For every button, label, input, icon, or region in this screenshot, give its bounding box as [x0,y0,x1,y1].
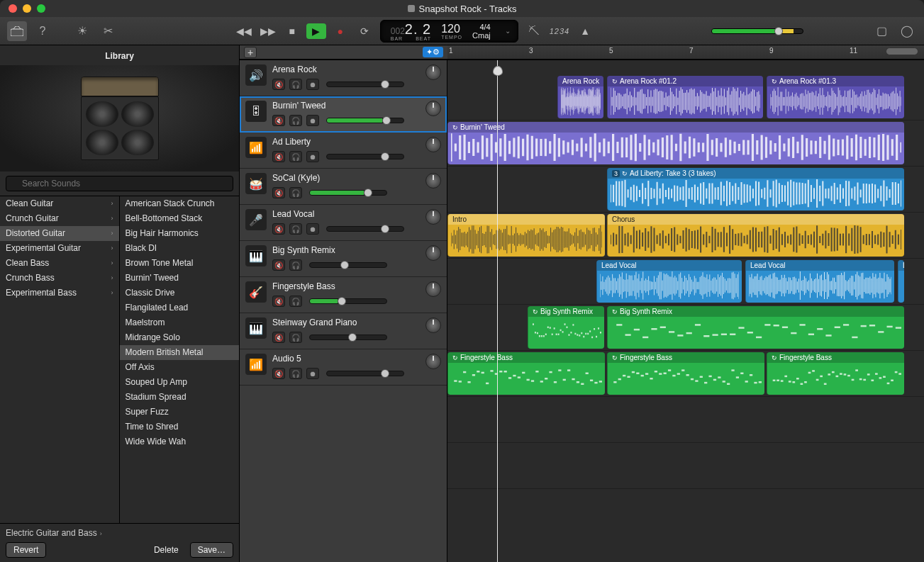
pan-knob[interactable] [425,101,441,116]
save-button[interactable]: Save… [190,542,233,558]
library-toggle[interactable] [7,21,27,41]
close-window[interactable] [9,4,17,13]
track-lane[interactable] [447,397,924,443]
solo-button[interactable]: 🎧 [289,151,302,162]
category-item[interactable]: Experimental Bass› [0,286,119,300]
track-header[interactable]: 🎤Lead Vocal🔇🎧⏺ [240,205,447,241]
region[interactable]: Lead Vocal [596,260,742,303]
horizontal-zoom-thumb[interactable] [886,47,918,55]
metronome-icon[interactable]: ▲ [575,21,595,41]
track-lane[interactable]: 3Ad Liberty: Take 3 (3 takes) [447,167,924,213]
tuner-icon[interactable]: ⛏ [524,21,544,41]
pan-knob[interactable] [425,64,441,80]
track-lane[interactable]: Lead VocalLead VocalLead [447,259,924,305]
track-header[interactable]: 📶Audio 5🔇🎧⏺ [240,349,447,386]
scissors-icon[interactable]: ✂ [98,21,118,41]
preset-item[interactable]: Souped Up Amp [120,375,240,390]
add-track-button[interactable]: + [244,47,257,58]
solo-button[interactable]: 🎧 [289,259,302,271]
track-lane[interactable]: Big Synth RemixBig Synth Remix [447,305,924,351]
solo-button[interactable]: 🎧 [289,187,302,198]
preset-list[interactable]: American Stack CrunchBell-Bottomed Stack… [120,196,240,523]
quick-help[interactable]: ? [33,21,52,41]
editor-toggle[interactable]: ☀ [72,21,92,41]
solo-button[interactable]: 🎧 [289,115,302,126]
track-header[interactable]: 🎹Big Synth Remix🔇🎧 [240,241,447,277]
pan-knob[interactable] [425,354,441,369]
notepad-icon[interactable]: ▢ [872,21,891,41]
mute-button[interactable]: 🔇 [272,79,285,90]
region[interactable]: Intro [447,214,605,257]
pan-knob[interactable] [425,137,441,152]
track-header[interactable]: 🎹Steinway Grand Piano🔇🎧 [240,313,447,349]
preset-item[interactable]: Brown Tone Metal [120,256,240,271]
mute-button[interactable]: 🔇 [272,259,285,271]
track-header[interactable]: 🔊Arena Rock🔇🎧⏺ [240,60,447,96]
delete-button[interactable]: Delete [147,542,186,558]
timeline-ruler[interactable]: 1357911 [447,45,924,60]
master-volume[interactable] [711,28,803,34]
pan-knob[interactable] [425,209,441,225]
loop-browser-icon[interactable]: ◯ [897,21,917,41]
solo-button[interactable]: 🎧 [289,223,302,235]
track-header[interactable]: 🥁SoCal (Kyle)🔇🎧 [240,169,447,205]
preset-item[interactable]: Big Hair Harmonics [120,226,240,241]
category-item[interactable]: Clean Guitar› [0,196,119,211]
preset-item[interactable]: Black DI [120,241,240,256]
track-volume[interactable] [309,335,387,340]
track-volume[interactable] [326,118,404,123]
solo-button[interactable]: 🎧 [289,296,302,307]
record-enable[interactable]: ⏺ [306,368,319,379]
pan-knob[interactable] [425,245,441,261]
category-item[interactable]: Crunch Bass› [0,271,119,286]
search-input[interactable] [6,176,233,191]
mute-button[interactable]: 🔇 [272,115,285,126]
preset-item[interactable]: Maelstrom [120,315,240,330]
track-volume[interactable] [326,154,404,159]
record-enable[interactable]: ⏺ [306,223,319,235]
region[interactable]: Arena Rock #01.3 [767,76,904,118]
track-lane[interactable]: IntroChorus [447,213,924,259]
rewind-button[interactable]: ◀◀ [234,23,254,39]
region[interactable]: Big Synth Remix [528,306,604,349]
track-header[interactable]: 📶Ad Liberty🔇🎧⏺ [240,133,447,169]
preset-item[interactable]: American Stack Crunch [120,196,240,211]
region[interactable]: Burnin' Tweed [447,122,904,164]
lcd-mode-chevron[interactable]: ⌄ [501,27,511,35]
category-item[interactable]: Distorted Guitar› [0,226,119,241]
record-enable[interactable]: ⏺ [306,115,319,126]
stop-button[interactable]: ■ [282,23,302,39]
track-volume[interactable] [309,262,387,268]
mute-button[interactable]: 🔇 [272,332,285,343]
record-enable[interactable]: ⏺ [306,151,319,162]
region[interactable]: Chorus [607,214,904,257]
track-header[interactable]: 🎸Fingerstyle Bass🔇🎧 [240,277,447,313]
maximize-window[interactable] [37,4,45,13]
pan-knob[interactable] [425,281,441,297]
track-lane[interactable]: Arena RockArena Rock #01.2Arena Rock #01… [447,74,924,120]
track-volume[interactable] [326,226,404,232]
preset-item[interactable]: Wide Wide Wah [120,434,240,449]
preset-item[interactable]: Super Fuzz [120,405,240,420]
category-item[interactable]: Crunch Guitar› [0,211,119,226]
mute-button[interactable]: 🔇 [272,223,285,235]
preset-item[interactable]: Classic Drive [120,286,240,300]
pan-knob[interactable] [425,173,441,189]
region[interactable]: Fingerstyle Bass [607,352,764,395]
mute-button[interactable]: 🔇 [272,368,285,379]
solo-button[interactable]: 🎧 [289,332,302,343]
region[interactable]: Fingerstyle Bass [447,352,605,395]
track-volume[interactable] [309,190,387,196]
region[interactable]: Lead [898,260,904,303]
preset-item[interactable]: Burnin' Tweed [120,271,240,286]
preset-item[interactable]: Modern British Metal [120,345,240,360]
solo-button[interactable]: 🎧 [289,79,302,90]
record-enable[interactable]: ⏺ [306,79,319,90]
category-item[interactable]: Clean Bass› [0,256,119,271]
region[interactable]: Arena Rock #01.2 [607,76,763,118]
play-button[interactable]: ▶ [306,23,326,39]
track-lane[interactable] [447,443,924,489]
revert-button[interactable]: Revert [6,542,46,558]
forward-button[interactable]: ▶▶ [258,23,278,39]
cycle-button[interactable]: ⟳ [355,23,374,39]
